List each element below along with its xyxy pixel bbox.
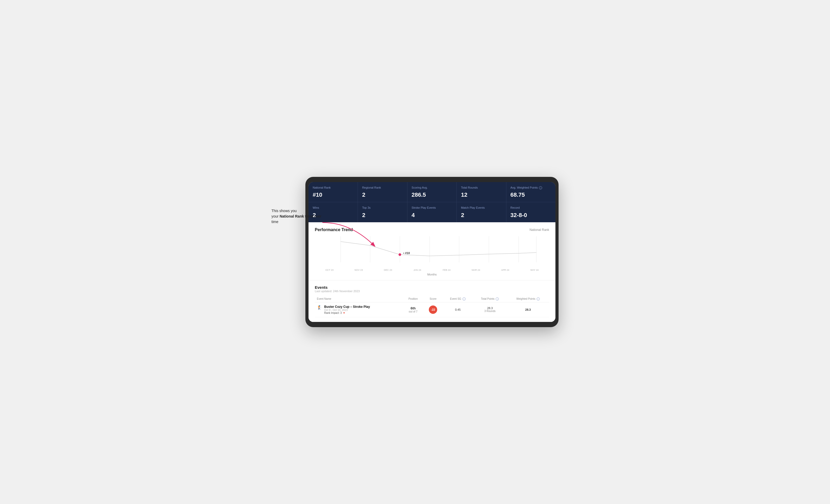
event-position-sub: out of 7 bbox=[405, 310, 421, 313]
x-axis-labels: OCT 23 NOV 23 DEC 23 JAN 24 FEB 24 MAR 2… bbox=[315, 268, 549, 272]
stat-regional-rank: Regional Rank 2 bbox=[358, 182, 407, 202]
annotation-text: This shows you your National Rank trend … bbox=[272, 208, 324, 225]
col-total-points: Total Points i bbox=[473, 296, 507, 302]
stat-national-rank: National Rank #10 bbox=[309, 182, 358, 202]
performance-label: National Rank bbox=[530, 228, 549, 232]
event-position-cell: 6th out of 7 bbox=[403, 302, 423, 317]
events-section: Events Last updated: 24th November 2023 … bbox=[309, 280, 555, 322]
events-subtitle: Last updated: 24th November 2023 bbox=[315, 290, 549, 293]
stat-match-play-events: Match Play Events 2 bbox=[457, 202, 506, 222]
x-label-dec23: DEC 23 bbox=[374, 269, 403, 271]
weighted-points-value: 28.3 bbox=[525, 308, 531, 311]
weighted-points-info-icon[interactable]: i bbox=[537, 297, 540, 301]
stat-total-rounds: Total Rounds 12 bbox=[457, 182, 506, 202]
event-position: 6th bbox=[405, 306, 421, 310]
event-sg-cell: 0.45 bbox=[443, 302, 473, 317]
total-points-info-icon[interactable]: i bbox=[496, 297, 499, 301]
performance-section: Performance Trend National Rank bbox=[309, 222, 555, 280]
x-label-nov23: NOV 23 bbox=[344, 269, 373, 271]
x-label-oct23: OCT 23 bbox=[315, 269, 344, 271]
event-sg-info-icon[interactable]: i bbox=[462, 297, 466, 301]
events-table: Event Name Position Score Event SG i bbox=[315, 296, 549, 317]
x-label-jan24: JAN 24 bbox=[403, 269, 432, 271]
event-sg-value: 0.45 bbox=[455, 308, 460, 311]
col-score: Score bbox=[423, 296, 443, 302]
stats-row-1: National Rank #10 Regional Rank 2 Scorin… bbox=[309, 182, 555, 202]
golf-icon: 🏌 bbox=[317, 305, 322, 310]
event-rank-impact: Rank Impact: 3 ▼ bbox=[324, 311, 370, 314]
x-label-apr24: APR 24 bbox=[491, 269, 520, 271]
x-label-mar24: MAR 24 bbox=[461, 269, 490, 271]
tablet-screen: National Rank #10 Regional Rank 2 Scorin… bbox=[309, 182, 555, 322]
info-icon[interactable]: i bbox=[539, 186, 542, 190]
x-label-feb24: FEB 24 bbox=[432, 269, 461, 271]
total-points-value: 28.3 bbox=[475, 306, 505, 310]
score-badge: -22 bbox=[429, 305, 437, 314]
event-date: Oct 9 - Oct 10, 2023 bbox=[324, 309, 370, 311]
outer-container: This shows you your National Rank trend … bbox=[272, 177, 558, 327]
x-label-may24: MAY 24 bbox=[520, 269, 549, 271]
events-table-header: Event Name Position Score Event SG i bbox=[315, 296, 549, 302]
event-weighted-points-cell: 28.3 bbox=[507, 302, 549, 317]
event-name-cell: 🏌 Buster Cozy Cup – Stroke Play Oct 9 - … bbox=[315, 302, 403, 317]
stats-row-2: Wins 2 Top 3s 2 Stroke Play Events 4 Mat… bbox=[309, 202, 555, 222]
event-total-points-cell: 28.3 3 Rounds bbox=[473, 302, 507, 317]
performance-title: Performance Trend bbox=[315, 228, 353, 232]
event-name: Buster Cozy Cup – Stroke Play bbox=[324, 305, 370, 309]
col-event-sg: Event SG i bbox=[443, 296, 473, 302]
events-title: Events bbox=[315, 285, 549, 290]
svg-text:• #10: • #10 bbox=[403, 251, 410, 255]
event-score-cell: -22 bbox=[423, 302, 443, 317]
col-weighted-points: Weighted Points i bbox=[507, 296, 549, 302]
stat-avg-weighted-points: Avg. Weighted Points i 68.75 bbox=[506, 182, 555, 202]
tablet-frame: National Rank #10 Regional Rank 2 Scorin… bbox=[306, 177, 558, 327]
stat-stroke-play-events: Stroke Play Events 4 bbox=[408, 202, 456, 222]
col-position: Position bbox=[403, 296, 423, 302]
svg-point-9 bbox=[398, 253, 401, 256]
total-points-rounds: 3 Rounds bbox=[475, 310, 505, 312]
x-axis-title: Months bbox=[315, 273, 549, 276]
stat-record: Record 32-8-0 bbox=[506, 202, 555, 222]
rank-impact-arrow: ▼ bbox=[343, 311, 345, 314]
table-row: 🏌 Buster Cozy Cup – Stroke Play Oct 9 - … bbox=[315, 302, 549, 317]
stat-scoring-avg: Scoring Avg. 286.5 bbox=[408, 182, 456, 202]
events-table-body: 🏌 Buster Cozy Cup – Stroke Play Oct 9 - … bbox=[315, 302, 549, 317]
col-event-name: Event Name bbox=[315, 296, 403, 302]
performance-header: Performance Trend National Rank bbox=[315, 228, 549, 232]
stat-top3s: Top 3s 2 bbox=[358, 202, 407, 222]
chart-svg: • #10 bbox=[315, 236, 549, 268]
performance-chart: • #10 bbox=[315, 236, 549, 268]
